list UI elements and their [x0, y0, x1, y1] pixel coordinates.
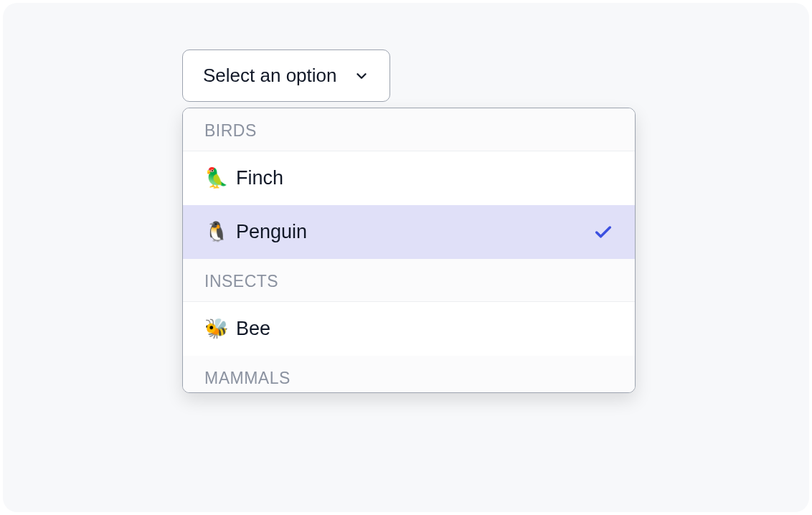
option-bee[interactable]: 🐝 Bee [183, 302, 635, 356]
option-content: 🐧 Penguin [204, 221, 307, 243]
select-wrapper: Select an option BIRDS 🦜 Finch 🐧 [182, 49, 636, 393]
group-header-mammals: MAMMALS [183, 356, 635, 392]
option-label: Bee [236, 318, 270, 340]
penguin-icon: 🐧 [204, 222, 229, 242]
parrot-icon: 🦜 [204, 169, 229, 188]
app-container: Select an option BIRDS 🦜 Finch 🐧 [3, 3, 809, 512]
option-label: Penguin [236, 221, 307, 243]
chevron-down-icon [354, 68, 369, 84]
option-finch[interactable]: 🦜 Finch [183, 151, 635, 205]
option-content: 🐝 Bee [204, 318, 270, 340]
select-placeholder: Select an option [203, 65, 336, 87]
option-content: 🦜 Finch [204, 167, 283, 189]
check-icon [593, 222, 613, 242]
bee-icon: 🐝 [204, 319, 229, 339]
option-penguin[interactable]: 🐧 Penguin [183, 205, 635, 259]
group-header-insects: INSECTS [183, 259, 635, 302]
select-trigger[interactable]: Select an option [182, 49, 390, 102]
group-header-birds: BIRDS [183, 108, 635, 151]
select-dropdown: BIRDS 🦜 Finch 🐧 Penguin [182, 108, 636, 393]
option-label: Finch [236, 167, 283, 189]
